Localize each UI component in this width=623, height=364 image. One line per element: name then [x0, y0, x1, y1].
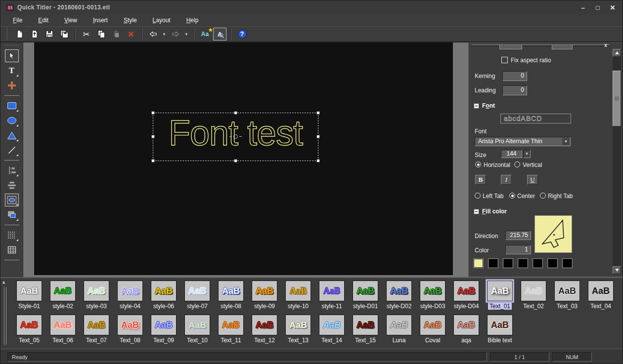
gallery-grip[interactable] — [4, 287, 6, 345]
style-item-Text_10[interactable]: AaBText_10 — [180, 315, 214, 346]
style-item-Text_14[interactable]: AaBText_14 — [315, 315, 349, 346]
color-input[interactable]: 1 — [505, 245, 531, 254]
canvas-text[interactable]: Font test — [153, 109, 318, 157]
style-item-Text_15[interactable]: AaBText_15 — [349, 315, 382, 346]
style-thumbnail[interactable]: AaB — [386, 315, 412, 335]
style-item-style-09[interactable]: AaBstyle-09 — [248, 281, 281, 312]
undo-button[interactable] — [146, 28, 160, 40]
right-tab-radio[interactable] — [540, 193, 546, 199]
style-thumbnail[interactable]: AaB — [285, 315, 311, 335]
menu-item-file[interactable]: File — [6, 15, 29, 25]
triangle-tool[interactable] — [5, 129, 19, 142]
fill-swatch-5[interactable] — [533, 258, 543, 268]
style-item-style-D04[interactable]: AaBstyle-D04 — [449, 281, 483, 312]
style-item-Text_03[interactable]: AaBText_03 — [550, 281, 584, 312]
undo-dropdown-button[interactable]: ▼ — [161, 28, 167, 40]
style-thumbnail[interactable]: AaB — [117, 315, 143, 335]
style-item-style-04[interactable]: AaBstyle-04 — [113, 281, 147, 312]
style-item-Text_02[interactable]: AaBText_02 — [517, 281, 550, 312]
style-thumbnail[interactable]: AaB — [151, 281, 177, 301]
style-item-Text_04[interactable]: AaBText_04 — [584, 281, 618, 312]
minimize-button[interactable]: – — [579, 4, 587, 11]
style-item-Text_09[interactable]: AaBText_09 — [147, 315, 180, 346]
gallery-close-button[interactable]: x — [2, 280, 5, 285]
redo-dropdown-button[interactable]: ▼ — [183, 28, 189, 40]
select-tool[interactable] — [5, 49, 19, 62]
resize-handle-n[interactable] — [234, 111, 237, 115]
style-item-aqa[interactable]: AaBaqa — [449, 315, 483, 346]
help-button[interactable]: ? — [235, 28, 249, 40]
style-thumbnail[interactable]: AaB — [588, 281, 614, 301]
toolbar-grip[interactable] — [6, 28, 8, 40]
style-item-style-03[interactable]: AaBstyle-03 — [80, 281, 113, 312]
dropdown-arrow-icon[interactable]: ▼ — [562, 138, 570, 145]
style-item-style-D02[interactable]: AaBstyle-D02 — [382, 281, 416, 312]
text-tool[interactable]: T — [5, 64, 19, 77]
style-thumbnail[interactable]: AaB — [218, 315, 244, 335]
align-objects-tool[interactable] — [5, 164, 19, 177]
style-item-Text_01[interactable]: AaBText_01 — [483, 281, 517, 312]
style-item-Text_06[interactable]: AaBText_06 — [46, 315, 80, 346]
style-item-style-02[interactable]: AaBstyle-02 — [46, 281, 80, 312]
scrollbar-track[interactable] — [613, 57, 621, 266]
resize-handle-se[interactable] — [316, 159, 320, 162]
ellipse-tool[interactable] — [5, 114, 19, 127]
style-thumbnail[interactable]: AaB — [420, 315, 445, 335]
fill-swatch-6[interactable] — [547, 258, 558, 268]
style-item-Style-01[interactable]: AaBStyle-01 — [12, 281, 46, 312]
style-item-Text_12[interactable]: AaBText_12 — [248, 315, 281, 346]
style-item-Text_13[interactable]: AaBText_13 — [281, 315, 315, 346]
scroll-down-button[interactable] — [613, 266, 621, 274]
style-thumbnail[interactable]: AaB — [353, 281, 378, 301]
style-thumbnail[interactable]: AaB — [252, 315, 277, 335]
style-thumbnail[interactable]: AaB — [386, 281, 412, 301]
style-thumbnail[interactable]: AaB — [353, 315, 378, 335]
bold-button[interactable]: B — [475, 175, 486, 185]
leading-input[interactable]: 0 — [502, 85, 527, 95]
style-item-style-08[interactable]: AaBstyle-08 — [214, 281, 248, 312]
center-radio[interactable] — [509, 193, 515, 199]
layer-order-tool[interactable] — [5, 208, 19, 221]
fill-swatch-1[interactable] — [473, 258, 484, 268]
kerning-input[interactable]: 0 — [502, 71, 527, 81]
menu-item-view[interactable]: View — [58, 15, 84, 25]
menu-item-help[interactable]: Help — [180, 15, 205, 25]
maximize-button[interactable]: □ — [594, 4, 602, 11]
style-thumbnail[interactable]: AaB — [319, 315, 345, 335]
style-thumbnail[interactable]: AaB — [50, 315, 76, 335]
menu-item-layout[interactable]: Layout — [146, 15, 177, 25]
center-position-tool[interactable] — [5, 79, 19, 92]
style-thumbnail[interactable]: AaB — [420, 281, 445, 301]
grid-tool[interactable] — [5, 229, 19, 242]
fill-swatch-4[interactable] — [518, 258, 528, 268]
vertical-radio[interactable] — [514, 162, 520, 167]
horizontal-radio[interactable] — [475, 162, 481, 167]
menu-item-edit[interactable]: Edit — [32, 15, 55, 25]
paste-button[interactable] — [109, 28, 123, 40]
style-item-style-11[interactable]: AaBstyle-11 — [315, 281, 349, 312]
font-preview-zoom-button[interactable]: A — [213, 28, 226, 40]
font-section-collapse[interactable]: − — [474, 103, 479, 109]
fill-direction-preview[interactable] — [534, 215, 572, 253]
menu-item-style[interactable]: Style — [117, 15, 143, 25]
fill-swatch-7[interactable] — [562, 258, 573, 268]
style-thumbnail[interactable]: AaB — [453, 315, 479, 335]
direction-input[interactable]: 215.75 — [505, 231, 531, 240]
size-dropdown-arrow[interactable]: ▼ — [523, 150, 531, 158]
style-thumbnail[interactable]: AaB — [184, 315, 210, 335]
safe-area-tool[interactable] — [5, 243, 19, 256]
copy-button[interactable] — [94, 28, 108, 40]
text-style-library-button[interactable]: Aa★ — [198, 28, 212, 40]
panel-grip[interactable] — [471, 44, 610, 46]
delete-button[interactable]: ✕ — [124, 28, 137, 40]
style-thumbnail[interactable]: AaB — [218, 281, 244, 301]
style-thumbnail[interactable]: AaB — [453, 281, 479, 301]
style-thumbnail[interactable]: AaB — [554, 281, 580, 301]
cut-button[interactable]: ✂ — [80, 28, 93, 40]
resize-handle-s[interactable] — [234, 159, 237, 162]
size-input[interactable]: 144 — [501, 150, 522, 158]
style-thumbnail[interactable]: AaB — [487, 281, 513, 301]
style-item-style-10[interactable]: AaBstyle-10 — [281, 281, 315, 312]
style-item-style-06[interactable]: AaBstyle-06 — [147, 281, 180, 312]
canvas[interactable]: Font test — [34, 42, 453, 275]
